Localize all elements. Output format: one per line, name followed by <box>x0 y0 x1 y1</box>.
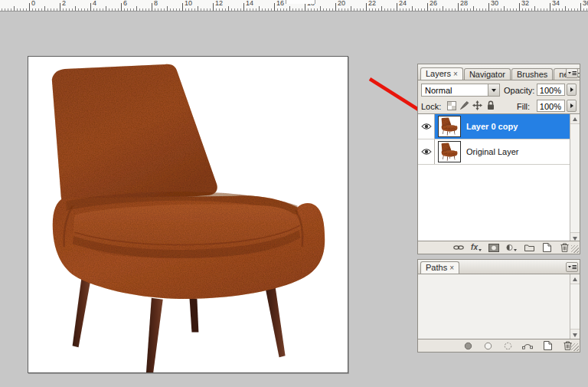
delete-layer-button[interactable] <box>559 243 570 253</box>
eye-icon <box>421 148 432 156</box>
layer-row[interactable]: Original Layer <box>418 139 570 165</box>
ruler-mark: 28 <box>460 0 468 7</box>
photoshop-workspace: 0 2 4 6 8 10 12 14 16 18 20 22 24 26 28 … <box>0 0 588 387</box>
scroll-up-button[interactable] <box>570 114 580 124</box>
lock-label: Lock: <box>421 102 441 111</box>
tab-paths-label: Paths <box>426 263 447 272</box>
layers-scrollbar[interactable] <box>570 114 580 242</box>
new-layer-button[interactable] <box>541 243 552 253</box>
lock-transparency-button[interactable] <box>446 100 457 111</box>
ruler-mark: 32 <box>521 0 529 7</box>
tab-close-icon[interactable]: × <box>453 70 458 78</box>
ruler-mark: 6 <box>123 0 127 7</box>
layers-panel-footer: fx <box>418 241 580 254</box>
ruler-mark: 26 <box>430 0 437 7</box>
fill-input[interactable]: 100% <box>537 100 565 112</box>
work-path-icon <box>522 341 533 350</box>
ruler-mark: 14 <box>246 0 253 7</box>
layer-thumbnail-image <box>439 143 459 161</box>
layer-list: Layer 0 copy Original Layer <box>418 113 580 242</box>
opacity-input[interactable]: 100% <box>537 84 565 96</box>
ruler-mark: 36 <box>583 0 588 7</box>
blend-mode-select[interactable]: Normal <box>421 84 500 97</box>
panel-menu-button[interactable] <box>566 68 578 78</box>
opacity-slider-button[interactable] <box>567 84 577 96</box>
layer-name[interactable]: Original Layer <box>466 147 518 156</box>
tab-navigator[interactable]: Navigator <box>464 68 511 80</box>
lock-position-button[interactable] <box>472 100 483 111</box>
stroke-path-button[interactable] <box>482 341 493 351</box>
trash-icon <box>564 341 572 350</box>
eye-icon <box>421 123 432 130</box>
folder-icon <box>524 244 534 251</box>
make-work-path-button[interactable] <box>522 341 533 351</box>
fill-path-button[interactable] <box>462 341 473 351</box>
layer-visibility-toggle[interactable] <box>418 139 435 164</box>
ruler-mark: 16 <box>276 0 284 7</box>
stroke-path-icon <box>484 342 492 350</box>
tab-layers-label: Layers <box>426 69 451 78</box>
adjustment-layer-icon <box>506 243 513 252</box>
ruler-mark: 10 <box>185 0 192 7</box>
panel-menu-button[interactable] <box>566 262 578 272</box>
fill-path-icon <box>464 342 472 350</box>
layers-panel: –× Layers× Navigator Brushes ne Source N… <box>417 64 580 254</box>
paths-tabstrip: Paths× <box>418 260 580 274</box>
paths-panel-footer <box>418 339 580 352</box>
layer-name[interactable]: Layer 0 copy <box>466 122 518 131</box>
layer-thumbnail[interactable] <box>438 116 461 137</box>
panel-menu-icon <box>568 71 577 77</box>
lock-pixels-button[interactable] <box>459 100 470 111</box>
panel-resize-grip[interactable] <box>571 245 579 253</box>
layer-style-button[interactable]: fx <box>471 243 482 253</box>
padlock-icon <box>486 100 495 110</box>
new-layer-icon <box>543 243 551 252</box>
chevron-down-icon <box>514 249 517 251</box>
layer-mask-icon <box>488 244 499 252</box>
tab-navigator-label: Navigator <box>469 70 505 79</box>
adjustment-layer-button[interactable] <box>506 243 517 253</box>
ruler-mark: 34 <box>552 0 560 7</box>
tab-layers[interactable]: Layers× <box>420 67 463 80</box>
tab-brushes-label: Brushes <box>517 70 547 79</box>
add-layer-mask-button[interactable] <box>488 243 499 253</box>
ruler-mark: 0 <box>31 0 35 7</box>
lock-transparency-icon <box>447 101 456 110</box>
paths-list[interactable] <box>418 274 580 339</box>
layer-thumbnail[interactable] <box>438 141 461 162</box>
layer-visibility-toggle[interactable] <box>418 114 435 139</box>
blend-mode-dropdown-button[interactable] <box>488 84 499 96</box>
load-path-as-selection-button[interactable] <box>502 341 513 351</box>
layer-thumbnail-image <box>439 117 459 136</box>
scroll-down-button[interactable] <box>570 329 580 339</box>
opacity-label: Opacity: <box>504 86 534 95</box>
link-icon <box>453 243 464 252</box>
paths-scrollbar[interactable] <box>570 274 580 339</box>
layer-row-selected[interactable]: Layer 0 copy <box>418 114 570 139</box>
fill-label: Fill: <box>517 102 530 111</box>
ruler-mark: 22 <box>368 0 376 7</box>
scroll-up-button[interactable] <box>570 274 580 284</box>
new-path-icon <box>544 341 552 350</box>
document-canvas[interactable] <box>28 56 348 373</box>
ruler-mark: 24 <box>399 0 407 7</box>
fill-slider-button[interactable] <box>567 100 577 112</box>
panel-resize-grip[interactable] <box>571 343 579 351</box>
new-path-button[interactable] <box>542 341 553 351</box>
ruler-mark: 2 <box>62 0 66 7</box>
paintbrush-icon <box>459 100 469 110</box>
scroll-up-icon <box>573 117 577 121</box>
panel-menu-icon <box>568 264 577 271</box>
lock-all-button[interactable] <box>485 100 496 111</box>
tab-brushes[interactable]: Brushes <box>511 68 553 80</box>
tab-close-icon[interactable]: × <box>449 264 454 272</box>
move-icon <box>472 100 482 110</box>
paths-panel: Paths× <box>417 259 580 353</box>
cropped-dialog-fragment <box>286 0 315 4</box>
link-layers-button[interactable] <box>453 243 464 253</box>
ruler-mark: 30 <box>491 0 498 7</box>
ruler-mark: 12 <box>215 0 223 7</box>
new-group-button[interactable] <box>524 243 534 253</box>
tab-paths[interactable]: Paths× <box>420 261 459 274</box>
chair-image <box>28 57 348 372</box>
